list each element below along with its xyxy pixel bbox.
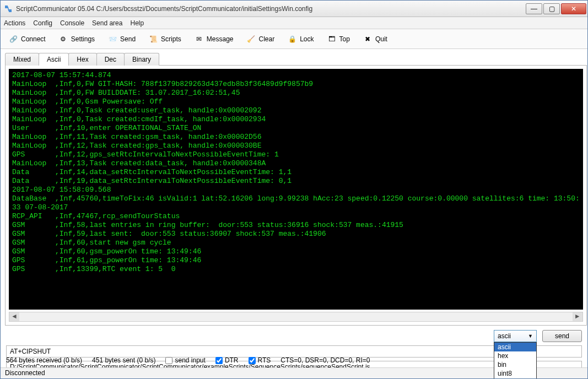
tab-ascii[interactable]: Ascii — [39, 53, 69, 66]
menubar: ActionsConfigConsoleSend areaHelp — [1, 17, 587, 29]
send-button[interactable]: 📨Send — [103, 31, 139, 47]
encoding-select[interactable]: ascii ▼ — [494, 330, 537, 342]
window-title: ScriptCommunicator 05.04 C:/Users/bcsstz… — [16, 5, 525, 13]
bytes-sent: 451 bytes sent (0 b/s) — [92, 356, 155, 364]
scripts-button[interactable]: 📜Scripts — [144, 31, 185, 47]
rts-label: RTS — [258, 356, 271, 364]
settings-button[interactable]: ⚙Settings — [54, 31, 99, 47]
message-button[interactable]: ✉Message — [190, 31, 238, 47]
lock-button[interactable]: 🔒Lock — [283, 31, 317, 47]
encoding-option-hex[interactable]: hex — [494, 351, 536, 360]
quit-icon: ✖ — [362, 34, 373, 45]
connect-icon: 🔗 — [8, 34, 19, 45]
console-output: 2017-08-07 15:57:44.874 MainLoop ,Inf,0,… — [9, 69, 583, 310]
menu-send-area[interactable]: Send area — [92, 19, 122, 27]
tab-dec[interactable]: Dec — [96, 53, 125, 66]
message-icon: ✉ — [193, 34, 204, 45]
horizontal-scrollbar[interactable]: ◄► — [9, 312, 583, 322]
send-input-label: send input — [175, 356, 205, 364]
close-button[interactable]: ✕ — [561, 3, 586, 14]
connect-button[interactable]: 🔗Connect — [4, 31, 50, 47]
clear-icon: 🧹 — [245, 34, 256, 45]
encoding-options-list[interactable]: asciihexbinuint8uint16uint32int8int16int… — [494, 342, 537, 379]
encoding-option-ascii[interactable]: ascii — [494, 343, 536, 351]
menu-help[interactable]: Help — [130, 19, 144, 27]
clear-button[interactable]: 🧹Clear — [241, 31, 278, 47]
encoding-selected: ascii — [498, 332, 511, 340]
top-icon: 🗔 — [326, 34, 337, 45]
send-input-checkbox[interactable] — [165, 357, 172, 364]
svg-rect-0 — [5, 6, 8, 8]
quit-button[interactable]: ✖Quit — [358, 31, 391, 47]
encoding-option-uint8[interactable]: uint8 — [494, 369, 536, 378]
scripts-icon: 📜 — [148, 34, 159, 45]
minimize-button[interactable]: — — [526, 3, 542, 14]
toolbar: 🔗Connect⚙Settings📨Send📜Scripts✉Message🧹C… — [1, 29, 587, 49]
dtr-label: DTR — [225, 356, 239, 364]
tab-binary[interactable]: Binary — [124, 53, 159, 66]
rts-checkbox[interactable] — [249, 357, 256, 364]
settings-icon: ⚙ — [58, 34, 69, 45]
cts-line: CTS=0, DSR=0, DCD=0, RI=0 — [280, 356, 370, 364]
tab-hex[interactable]: Hex — [68, 53, 96, 66]
send-button[interactable]: send — [542, 330, 582, 342]
top-button[interactable]: 🗔Top — [322, 31, 354, 47]
menu-config[interactable]: Config — [33, 19, 52, 27]
tab-mixed[interactable]: Mixed — [5, 53, 39, 66]
maximize-button[interactable]: ▢ — [543, 3, 560, 14]
chevron-down-icon: ▼ — [528, 333, 533, 339]
bytes-received: 564 bytes received (0 b/s) — [6, 356, 82, 364]
app-icon — [4, 4, 13, 13]
dtr-checkbox[interactable] — [215, 357, 223, 364]
menu-console[interactable]: Console — [60, 19, 84, 27]
menu-actions[interactable]: Actions — [4, 19, 25, 27]
svg-rect-1 — [9, 9, 12, 12]
lock-icon: 🔒 — [287, 34, 298, 45]
send-icon: 📨 — [107, 34, 118, 45]
encoding-option-bin[interactable]: bin — [494, 360, 536, 369]
